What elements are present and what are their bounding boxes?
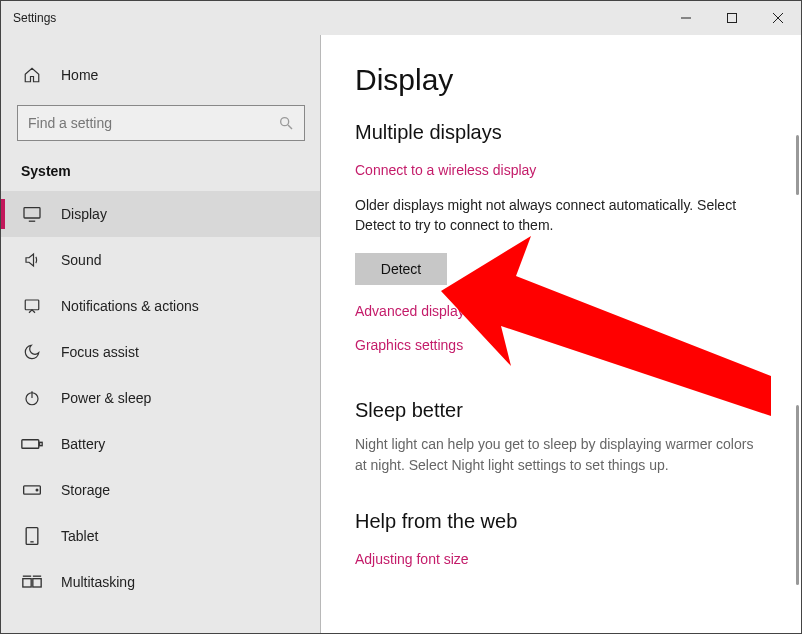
sidebar-item-focus[interactable]: Focus assist — [1, 329, 321, 375]
link-advanced-display[interactable]: Advanced display settings — [355, 303, 767, 319]
sleep-text: Night light can help you get to sleep by… — [355, 434, 767, 476]
sidebar-item-label: Multitasking — [61, 574, 135, 590]
sidebar-item-label: Power & sleep — [61, 390, 151, 406]
home-icon — [21, 64, 43, 86]
power-icon — [21, 387, 43, 409]
content-pane: Display Multiple displays Connect to a w… — [321, 35, 801, 633]
svg-point-14 — [36, 489, 38, 491]
window-title: Settings — [13, 11, 56, 25]
link-graphics-settings[interactable]: Graphics settings — [355, 337, 767, 353]
link-wireless-display[interactable]: Connect to a wireless display — [355, 162, 767, 178]
active-indicator — [1, 199, 5, 229]
close-button[interactable] — [755, 1, 801, 35]
svg-rect-12 — [40, 442, 43, 445]
search-field[interactable] — [28, 115, 278, 131]
scrollbar[interactable] — [796, 135, 799, 195]
sidebar-item-storage[interactable]: Storage — [1, 467, 321, 513]
link-adjusting-font[interactable]: Adjusting font size — [355, 551, 767, 567]
maximize-button[interactable] — [709, 1, 755, 35]
sidebar-item-battery[interactable]: Battery — [1, 421, 321, 467]
monitor-icon — [21, 203, 43, 225]
search-icon — [278, 115, 294, 131]
sidebar-item-tablet[interactable]: Tablet — [1, 513, 321, 559]
svg-rect-8 — [25, 300, 39, 310]
search-input[interactable] — [17, 105, 305, 141]
svg-rect-18 — [33, 579, 41, 587]
section-help-web: Help from the web — [355, 510, 767, 533]
window-controls — [663, 1, 801, 35]
minimize-button[interactable] — [663, 1, 709, 35]
tablet-icon — [21, 525, 43, 547]
nav-list: Display Sound Notifications & actions Fo… — [1, 191, 321, 605]
sidebar-item-label: Tablet — [61, 528, 98, 544]
sidebar: Home System Display Sound Notifications … — [1, 35, 321, 633]
sidebar-item-power[interactable]: Power & sleep — [1, 375, 321, 421]
home-label: Home — [61, 67, 98, 83]
home-nav[interactable]: Home — [1, 53, 321, 97]
battery-icon — [21, 433, 43, 455]
section-sleep-better: Sleep better — [355, 399, 767, 422]
sidebar-item-label: Notifications & actions — [61, 298, 199, 314]
svg-point-4 — [281, 118, 289, 126]
sidebar-item-label: Battery — [61, 436, 105, 452]
notifications-icon — [21, 295, 43, 317]
svg-rect-6 — [24, 208, 40, 218]
section-multiple-displays: Multiple displays — [355, 121, 767, 144]
storage-icon — [21, 479, 43, 501]
older-displays-text: Older displays might not always connect … — [355, 196, 767, 235]
page-title: Display — [355, 63, 767, 97]
sidebar-item-label: Storage — [61, 482, 110, 498]
sound-icon — [21, 249, 43, 271]
group-label: System — [1, 141, 321, 191]
svg-rect-1 — [728, 14, 737, 23]
svg-rect-11 — [22, 440, 39, 448]
sidebar-item-display[interactable]: Display — [1, 191, 321, 237]
titlebar: Settings — [1, 1, 801, 35]
scrollbar[interactable] — [796, 405, 799, 585]
sidebar-item-label: Sound — [61, 252, 101, 268]
svg-line-5 — [288, 125, 292, 129]
svg-rect-17 — [23, 579, 31, 587]
multitasking-icon — [21, 571, 43, 593]
detect-button[interactable]: Detect — [355, 253, 447, 285]
sidebar-item-multitasking[interactable]: Multitasking — [1, 559, 321, 605]
sidebar-item-notifications[interactable]: Notifications & actions — [1, 283, 321, 329]
moon-icon — [21, 341, 43, 363]
sidebar-item-label: Focus assist — [61, 344, 139, 360]
sidebar-item-label: Display — [61, 206, 107, 222]
sidebar-item-sound[interactable]: Sound — [1, 237, 321, 283]
